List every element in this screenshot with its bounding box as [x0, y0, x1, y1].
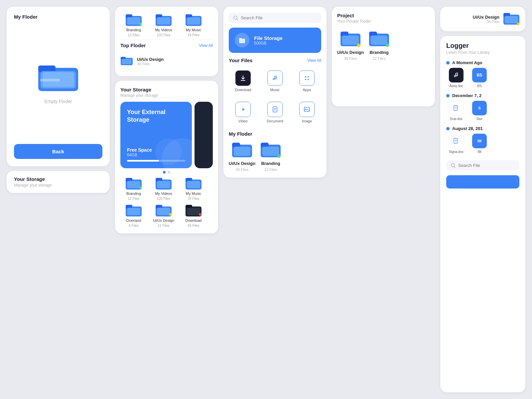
files-grid: Download Music Apps Video: [229, 67, 321, 126]
log-section-dec: December 7, 2 Scar.doc S Stor: [446, 93, 519, 121]
my-folder-uiux-count: 30 Files: [236, 168, 249, 172]
folder-uiux-2[interactable]: Ui/Ux Design 12 Files: [150, 203, 177, 227]
folder-oceriand[interactable]: Oceriand 6 Files: [120, 203, 147, 227]
svg-rect-38: [239, 38, 242, 40]
log-section-dec-title: December 7, 2: [452, 93, 481, 98]
svg-rect-61: [371, 36, 387, 45]
log-dot-recent: [446, 61, 450, 65]
your-storage-title-small: Your Storage: [14, 176, 102, 182]
bottom-folder-grid-2: Oceriand 6 Files Ui/Ux Design 12 Files D…: [120, 203, 213, 227]
top-folder-uiux[interactable]: Ui/Ux Design 30 Files: [120, 52, 213, 70]
folder-icon-uiux-2: [155, 203, 172, 217]
video-icon: [235, 102, 251, 117]
log-file-im[interactable]: IM IM: [469, 134, 489, 154]
file-storage-icon: [235, 33, 249, 48]
project-folder-uiux[interactable]: Ui/Ux Design 30 Files: [337, 30, 364, 61]
folder-count-mymusic: 24 Files: [188, 33, 199, 37]
folder-icon-mymusic-2: [185, 176, 202, 190]
search-bar[interactable]: [229, 13, 321, 23]
folder-count-uiux-2: 12 Files: [158, 224, 169, 227]
your-files-view-all[interactable]: View All: [307, 58, 321, 63]
log-section-aug-header: August 28, 201: [446, 126, 519, 131]
folder-icon-branding-big-wrap: [260, 141, 281, 159]
log-file-scar-name: Scar.doc: [450, 117, 463, 121]
log-file-scar-icon: [449, 101, 464, 115]
my-folder-branding-name: Branding: [261, 161, 280, 166]
file-storage-info: File Storage 500GB: [254, 35, 283, 46]
svg-rect-16: [122, 59, 132, 64]
log-file-bs[interactable]: BS BS: [469, 68, 489, 88]
project-uiux-count: 30 Files: [344, 57, 357, 61]
logger-search-input[interactable]: [458, 163, 515, 168]
log-file-stor[interactable]: S Stor: [469, 101, 489, 121]
folder-count-myvideos-2: 120 Files: [157, 197, 171, 200]
file-document[interactable]: Document: [261, 98, 289, 126]
file-image[interactable]: Image: [293, 98, 321, 126]
project-folder-branding[interactable]: Branding 12 Files: [368, 30, 390, 61]
empty-folder-area: Empty Floder: [14, 20, 102, 144]
file-apps[interactable]: Apps: [293, 67, 321, 95]
log-file-scar[interactable]: Scar.doc: [446, 101, 466, 121]
search-input[interactable]: [241, 15, 317, 20]
top-right-uiux-name: Ui/Ux Design: [473, 15, 499, 20]
my-folder-branding-count: 12 Files: [264, 168, 277, 172]
top-folders-card: Branding 12 Files My Videos 120 Files My…: [115, 7, 218, 76]
my-folder-card: My Floder Empty Floder Back: [7, 7, 110, 166]
top-folder-label: Top Floder: [120, 43, 146, 48]
log-file-aseq-name: Aseq.doc: [449, 84, 463, 88]
folder-item-branding-big[interactable]: Branding 12 Files: [260, 141, 281, 172]
folder-myvideos-2[interactable]: My Videos 120 Files: [150, 176, 177, 200]
folder-item-mymusic[interactable]: My Music 24 Files: [180, 13, 207, 37]
log-section-aug: August 28, 201 Signa.doc IM IM: [446, 126, 519, 154]
logger-search-bar[interactable]: [446, 160, 519, 171]
search-icon: [233, 16, 238, 20]
log-file-bs-icon: BS: [472, 68, 487, 82]
folder-name-myvideos-2: My Videos: [155, 192, 172, 196]
music-icon: [267, 70, 283, 86]
top-folder-view-all[interactable]: View All: [199, 43, 213, 48]
svg-rect-34: [187, 208, 200, 215]
top-right-uiux-info: Ui/Ux Design 30 Files: [473, 15, 499, 24]
bottom-folder-grid-1: Branding 12 Files My Videos 120 Files My…: [120, 176, 213, 200]
svg-rect-31: [157, 208, 170, 215]
log-file-bs-text: BS: [477, 73, 482, 77]
log-file-aseq[interactable]: Aseq.doc: [446, 68, 466, 88]
svg-rect-58: [342, 36, 359, 45]
logger-card: Logger Listen From Your Library A Moment…: [440, 36, 525, 392]
logger-action-bar[interactable]: [446, 175, 519, 189]
carousel-dots: [120, 171, 213, 174]
free-space-size: 64GB: [127, 153, 185, 157]
folder-item-branding[interactable]: Branding 12 Files: [120, 13, 147, 37]
image-label: Image: [302, 119, 312, 123]
your-storage-big-card: Your Storage Manage your storage Your Ex…: [115, 81, 218, 233]
folder-item-myvideos[interactable]: My Videos 120 Files: [150, 13, 177, 37]
back-button[interactable]: Back: [14, 144, 102, 159]
logger-search-icon: [451, 163, 456, 168]
folder-count-mymusic-2: 24 Files: [188, 197, 199, 200]
svg-rect-64: [505, 16, 518, 23]
folder-download[interactable]: Download 65 Files: [180, 203, 207, 227]
file-download[interactable]: Download: [229, 67, 257, 95]
project-uiux-name: Ui/Ux Design: [337, 50, 364, 55]
top-folder-grid: Branding 12 Files My Videos 120 Files My…: [120, 13, 213, 37]
top-folder-uiux-name: Ui/Ux Design: [137, 57, 164, 62]
logger-subtitle: Listen From Your Library: [446, 50, 519, 55]
external-storage-card: Your External Storage Free Space 64GB: [120, 102, 192, 168]
log-file-im-text: IM: [477, 139, 481, 143]
file-video[interactable]: Video: [229, 98, 257, 126]
file-storage-banner: File Storage 500GB: [229, 28, 321, 53]
big-folder-icon: [37, 60, 80, 94]
folder-icon-oceriand: [125, 203, 142, 217]
folder-count-download: 65 Files: [188, 224, 199, 227]
folder-item-uiux-big[interactable]: Ui/Ux Design 30 Files: [229, 141, 255, 172]
folder-branding-2[interactable]: Branding 12 Files: [120, 176, 147, 200]
svg-rect-4: [40, 79, 60, 81]
folder-icon-uiux-small: [120, 56, 133, 67]
download-label: Download: [235, 88, 251, 92]
folder-mymusic-2[interactable]: My Music 24 Files: [180, 176, 207, 200]
svg-rect-52: [234, 147, 250, 156]
svg-rect-10: [157, 17, 170, 25]
log-file-signa[interactable]: Signa.doc: [446, 134, 466, 154]
file-music[interactable]: Music: [261, 67, 289, 95]
log-files-dec: Scar.doc S Stor: [446, 101, 519, 121]
